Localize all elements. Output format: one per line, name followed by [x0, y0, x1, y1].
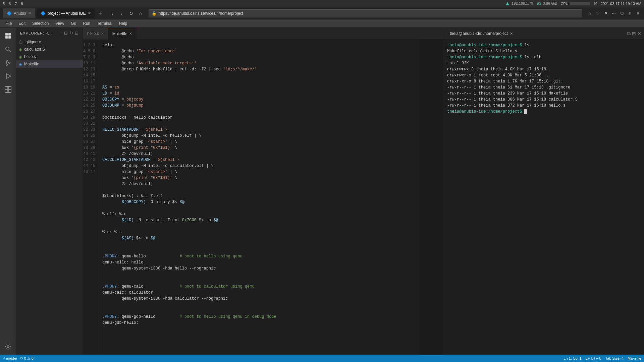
svg-point-6 [6, 47, 9, 50]
notification-count: 19 [593, 2, 597, 6]
extensions-button[interactable]: ⬡ [619, 10, 625, 17]
ide-main: EXPLORER: P... + ⊞ ↻ ⊟ ⬡ .gitignore ◈ ca… [0, 28, 644, 355]
menu-file[interactable]: File [3, 20, 14, 26]
maximize-terminal-button[interactable]: ⊞ [632, 31, 636, 37]
editor-tab-hello[interactable]: hello.s ✕ [83, 28, 108, 40]
new-file-button[interactable]: + [60, 31, 63, 36]
activity-explorer[interactable] [3, 31, 13, 41]
close-terminal-button[interactable]: ✕ [637, 31, 641, 37]
tab1-close[interactable]: ✕ [28, 11, 31, 15]
svg-point-10 [9, 62, 10, 63]
heart-button[interactable]: ♡ [594, 10, 601, 17]
encoding-text: LF UTF-8 [586, 356, 601, 360]
workspace-5[interactable]: 5 [3, 2, 5, 6]
cpu-bar-visual [570, 2, 590, 5]
calculator-icon: ◈ [19, 47, 22, 52]
svg-rect-15 [8, 86, 11, 89]
new-tab-button[interactable]: + [96, 9, 104, 17]
sync-status[interactable]: ↻ 0 ⚠ 0 [20, 356, 34, 361]
svg-rect-1 [538, 3, 539, 4]
tab2-close[interactable]: ✕ [88, 11, 91, 15]
browser-nav: ‹ › ↻ ⌂ [108, 9, 145, 17]
os-taskbar: 5 6 7 8 192.168.1.79 3.88 GiB CPU 19 202… [0, 0, 644, 7]
refresh-files-button[interactable]: ↻ [69, 31, 73, 36]
svg-point-9 [6, 64, 7, 65]
new-folder-button[interactable]: ⊞ [64, 31, 68, 36]
tab1-label: Anubis [14, 11, 26, 16]
download-button[interactable]: ⬇ [627, 10, 633, 17]
terminal-header: theia@anubis-ide: /home/project ✕ ⧉ ⊞ ✕ [443, 28, 644, 40]
sidebar: EXPLORER: P... + ⊞ ↻ ⊟ ⬡ .gitignore ◈ ca… [16, 28, 83, 355]
file-tree: ⬡ .gitignore ◈ calculator.S ◈ hello.s ◈ … [16, 38, 83, 355]
browser-actions: ☆ ♡ ⚑ ⋯ ⬡ ⬇ ≡ [586, 10, 641, 17]
makefile-icon: ◈ [19, 62, 22, 67]
tab2-label: project — Anubis IDE [48, 11, 86, 16]
sidebar-item-gitignore[interactable]: ⬡ .gitignore [16, 38, 83, 46]
svg-rect-4 [8, 33, 11, 36]
activity-extensions[interactable] [3, 84, 13, 95]
code-content[interactable]: help: @echo 'For convenience' @echo @ech… [98, 40, 419, 355]
workspace-8[interactable]: 8 [21, 2, 23, 6]
language-status[interactable]: Makefile [628, 356, 641, 360]
hello-tab-close[interactable]: ✕ [101, 32, 104, 36]
browser-chrome: 🔷 Anubis ✕ 🔷 project — Anubis IDE ✕ + ‹ … [0, 7, 644, 19]
terminal-body[interactable]: theia@anubis-ide:/home/project$ lsMakefi… [443, 40, 644, 355]
activity-settings[interactable] [3, 341, 13, 352]
makefile-label: Makefile [24, 62, 39, 66]
workspace-6[interactable]: 6 [9, 2, 11, 6]
editor-tab-makefile[interactable]: Makefile ✕ [108, 28, 137, 40]
tab1-favicon: 🔷 [7, 11, 12, 16]
memory-info: 3.88 GiB [537, 1, 557, 6]
menu-terminal[interactable]: Terminal [94, 20, 115, 26]
sidebar-item-calculator[interactable]: ◈ calculator.S [16, 46, 83, 53]
taskbar-right: 192.168.1.79 3.88 GiB CPU 19 2021-03-17 … [505, 1, 641, 6]
minimap [419, 40, 443, 355]
calculator-label: calculator.S [24, 47, 45, 52]
bookmarks-button[interactable]: ☆ [586, 10, 593, 17]
menu-button[interactable]: ≡ [635, 10, 641, 17]
menu-go[interactable]: Go [68, 20, 79, 26]
sidebar-item-hello[interactable]: ◈ hello.s [16, 53, 83, 60]
status-left: ⑂ master ↻ 0 ⚠ 0 [3, 356, 34, 361]
tab-size-status[interactable]: Tab Size: 4 [605, 356, 624, 360]
activity-debug[interactable] [3, 71, 13, 81]
gitignore-icon: ⬡ [19, 40, 22, 45]
workspace-7[interactable]: 7 [15, 2, 17, 6]
menu-edit[interactable]: Edit [16, 20, 28, 26]
terminal-tab-1[interactable]: theia@anubis-ide: /home/project ✕ [446, 30, 517, 37]
browser-tab-2[interactable]: 🔷 project — Anubis IDE ✕ [37, 8, 95, 18]
branch-status[interactable]: ⑂ master [3, 356, 17, 360]
refresh-button[interactable]: ↻ [127, 9, 135, 17]
collapse-all-button[interactable]: ⊟ [75, 31, 79, 36]
flag-button[interactable]: ⚑ [602, 10, 609, 17]
back-button[interactable]: ‹ [108, 9, 116, 17]
menu-view[interactable]: View [53, 20, 67, 26]
svg-marker-13 [7, 74, 11, 78]
activity-source-control[interactable] [3, 57, 13, 68]
activity-bar [0, 28, 16, 355]
menu-help[interactable]: Help [116, 20, 130, 26]
sidebar-item-makefile[interactable]: ◈ Makefile [16, 60, 83, 68]
svg-rect-5 [8, 36, 11, 39]
branch-icon: ⑂ [3, 356, 5, 360]
forward-button[interactable]: › [118, 9, 126, 17]
svg-rect-0 [537, 3, 541, 5]
menu-run[interactable]: Run [80, 20, 93, 26]
cursor-position[interactable]: Ln 1, Col 1 [564, 356, 581, 360]
makefile-tab-close[interactable]: ✕ [129, 32, 132, 36]
address-bar[interactable]: 🔒 https://ide.anubis.osiris.services/#/h… [149, 9, 582, 17]
terminal-title: theia@anubis-ide: /home/project [450, 31, 508, 36]
browser-tab-1[interactable]: 🔷 Anubis ✕ [3, 8, 35, 18]
terminal-panel: theia@anubis-ide: /home/project ✕ ⧉ ⊞ ✕ … [443, 28, 644, 355]
menu-selection[interactable]: Selection [30, 20, 51, 26]
encoding-status[interactable]: LF UTF-8 [586, 356, 601, 360]
home-button[interactable]: ⌂ [137, 9, 145, 17]
split-terminal-button[interactable]: ⧉ [627, 31, 631, 37]
more-button[interactable]: ⋯ [610, 10, 617, 17]
sync-icon: ↻ [20, 356, 23, 361]
activity-search[interactable] [3, 44, 13, 55]
error-count: 0 [24, 356, 26, 360]
terminal-close[interactable]: ✕ [510, 32, 513, 36]
branch-name: master [6, 356, 17, 360]
sidebar-title: EXPLORER: P... [20, 31, 52, 35]
